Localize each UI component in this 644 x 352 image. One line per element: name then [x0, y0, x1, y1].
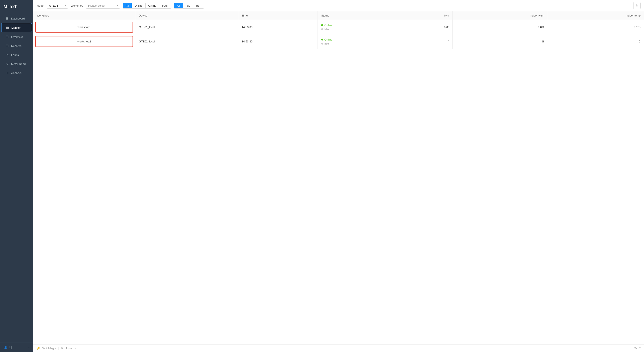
workshop-select[interactable]: Please Select ▾: [86, 3, 120, 9]
refresh-button[interactable]: ↻: [633, 2, 640, 9]
sidebar-item-faults[interactable]: ⚠ Faults: [1, 51, 32, 59]
overview-icon: ☐: [5, 35, 9, 39]
model-select-arrow-icon: ▾: [65, 5, 66, 7]
model-label: Model: [36, 4, 44, 7]
switch-label: Switch Mgm: [42, 347, 56, 350]
indoor-hum-cell-2: %: [452, 34, 548, 49]
footer-version: M-IoT: [634, 347, 640, 350]
logo-suffix: IoT: [10, 4, 17, 9]
sidebar-item-records[interactable]: ☐ Records: [1, 42, 32, 50]
status-offline-button[interactable]: Offline: [132, 3, 145, 8]
status-all-button[interactable]: All: [123, 3, 132, 8]
indoor-hum-cell-1: 0.0%: [452, 20, 548, 35]
status-fault-button[interactable]: Fault: [159, 3, 171, 8]
refresh-icon: ↻: [636, 4, 638, 7]
sidebar-item-monitor[interactable]: ▦ Monitor: [1, 23, 32, 32]
status-online-1: Online: [321, 24, 396, 27]
run-all-button[interactable]: All: [174, 3, 183, 8]
col-device: Device: [135, 11, 238, 20]
sidebar-item-analysis[interactable]: ⊞ Analysis: [1, 69, 32, 77]
kwh-value-2: °: [399, 37, 452, 46]
logo-prefix: M-: [4, 4, 10, 9]
user-info: 👤 lcj: [4, 346, 12, 349]
idle-label-2: Idle: [324, 42, 329, 45]
workshop-box-1: workshop1: [35, 22, 133, 33]
sidebar-footer: 👤 lcj ›: [0, 342, 33, 352]
online-label-1: Online: [324, 24, 332, 27]
indoor-hum-value-1: 0.0%: [452, 23, 548, 31]
records-icon: ☐: [5, 44, 9, 48]
idle-label-1: Idle: [324, 28, 329, 31]
col-status: Status: [318, 11, 399, 20]
data-table: Workshop Device Time Status kwh indoor H…: [33, 11, 644, 49]
sidebar-item-label: Meter Read: [11, 62, 26, 66]
status-container-1: Online Idle: [318, 22, 399, 33]
monitor-icon: ▦: [5, 26, 9, 30]
faults-icon: ⚠: [5, 53, 9, 57]
indoor-temp-cell-2: °C: [548, 34, 644, 49]
sidebar-item-overview[interactable]: ☐ Overview: [1, 33, 32, 41]
local-label: lLocal: [66, 347, 72, 350]
kwh-value-1: 0.0°: [399, 23, 452, 31]
online-dot-icon-2: [321, 39, 323, 41]
sidebar-item-label: Overview: [11, 35, 23, 39]
workshop-placeholder: Please Select: [88, 4, 105, 7]
online-label-2: Online: [324, 38, 332, 41]
local-icon: 🏛: [61, 347, 63, 350]
status-online-button[interactable]: Online: [146, 3, 160, 8]
time-value-1: 14:53:30: [238, 23, 318, 31]
dashboard-icon: ⊞: [5, 17, 9, 20]
meter-read-icon: ◎: [5, 62, 9, 66]
col-workshop: Workshop: [33, 11, 135, 20]
footer: 🔑 Switch Mgm | 🏛 lLocal ∨ M-IoT: [33, 344, 644, 352]
sidebar-item-label: Monitor: [11, 26, 20, 29]
toolbar: Model GTE04 ▾ Workshop Please Select ▾ A…: [33, 0, 644, 11]
sidebar-item-label: Records: [11, 44, 22, 48]
indoor-temp-value-2: °C: [548, 37, 644, 46]
time-value-2: 14:53:30: [238, 37, 318, 46]
sidebar-item-dashboard[interactable]: ⊞ Dashboard: [1, 14, 32, 23]
workshop-select-arrow-icon: ▾: [117, 5, 118, 7]
col-indoor-temp: indoor temp: [548, 11, 644, 20]
footer-chevron-icon[interactable]: ∨: [74, 347, 76, 350]
footer-divider: |: [58, 347, 59, 350]
indoor-temp-value-1: 0.0°C: [548, 23, 644, 31]
table-row: workshop2 GTE02_local 14:53:30 Onlin: [33, 34, 644, 49]
status-cell-2: Online Idle: [318, 34, 399, 49]
sidebar-item-label: Analysis: [11, 71, 22, 75]
table-header-row: Workshop Device Time Status kwh indoor H…: [33, 11, 644, 20]
data-table-wrapper: Workshop Device Time Status kwh indoor H…: [33, 11, 644, 344]
switch-icon: 🔑: [36, 347, 40, 350]
main-content: Model GTE04 ▾ Workshop Please Select ▾ A…: [33, 0, 644, 352]
sidebar-item-label: Dashboard: [11, 17, 25, 20]
run-filter-group: All Idle Run: [174, 3, 204, 9]
status-idle-1: Idle: [321, 28, 396, 31]
time-cell-2: 14:53:30: [238, 34, 318, 49]
expand-arrow-icon[interactable]: ›: [28, 346, 29, 349]
status-cell-1: Online Idle: [318, 20, 399, 35]
sidebar-item-meter-read[interactable]: ◎ Meter Read: [1, 60, 32, 68]
table-row: workshop1 GTE01_local 14:53:30 Onlin: [33, 20, 644, 35]
workshop-label: Workshop: [71, 4, 83, 7]
workshop-box-2: workshop2: [35, 36, 133, 47]
idle-dot-icon-2: [321, 43, 323, 45]
kwh-cell-1: 0.0°: [399, 20, 452, 35]
model-select[interactable]: GTE04 ▾: [47, 3, 68, 9]
run-run-button[interactable]: Run: [193, 3, 204, 8]
col-kwh: kwh: [399, 11, 452, 20]
status-idle-2: Idle: [321, 42, 396, 45]
sidebar-item-label: Faults: [11, 53, 19, 57]
user-icon: 👤: [4, 346, 7, 349]
col-time: Time: [238, 11, 318, 20]
workshop-cell-2: workshop2: [33, 34, 135, 49]
status-container-2: Online Idle: [318, 36, 399, 47]
device-cell-2: GTE02_local: [135, 34, 238, 49]
workshop-name-2: workshop2: [78, 40, 91, 43]
col-indoor-hum: indoor Hum: [452, 11, 548, 20]
idle-dot-icon-1: [321, 28, 323, 30]
app-logo: M-IoT: [0, 0, 33, 13]
workshop-name-1: workshop1: [78, 26, 91, 29]
kwh-cell-2: °: [399, 34, 452, 49]
run-idle-button[interactable]: Idle: [183, 3, 193, 8]
sidebar: M-IoT ⊞ Dashboard ▦ Monitor ☐ Overview ☐…: [0, 0, 33, 352]
